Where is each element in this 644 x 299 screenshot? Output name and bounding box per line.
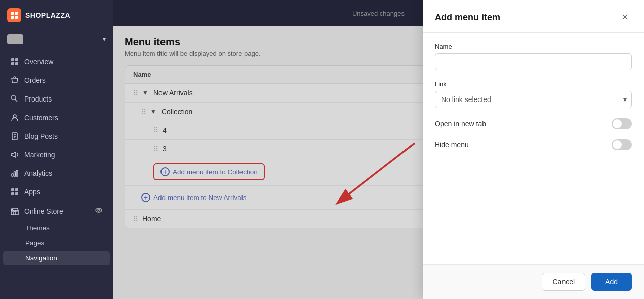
sidebar-item-customers[interactable]: Customers bbox=[3, 109, 110, 127]
sidebar-item-label: Blog Posts bbox=[24, 132, 58, 140]
name-input[interactable] bbox=[435, 53, 632, 70]
menu-item-label: 3 bbox=[163, 145, 167, 153]
chevron-down-icon: ▾ bbox=[103, 36, 106, 43]
sidebar-nav: Overview Orders Products bbox=[0, 50, 113, 299]
plus-circle-icon: + bbox=[141, 193, 150, 202]
svg-rect-7 bbox=[15, 62, 18, 65]
sidebar-item-online-store[interactable]: Online Store bbox=[3, 202, 110, 220]
add-button[interactable]: Add bbox=[591, 273, 632, 291]
eye-icon[interactable] bbox=[95, 206, 103, 216]
modal-body: Name Link No link selected ▾ Open in new… bbox=[423, 33, 644, 264]
sidebar-item-label: Apps bbox=[24, 188, 40, 196]
svg-point-18 bbox=[96, 208, 102, 212]
person-icon bbox=[10, 113, 19, 122]
sidebar-item-label: Analytics bbox=[24, 169, 52, 177]
main-content: Unsaved changes Menu items Menu item tit… bbox=[113, 0, 644, 299]
hide-menu-toggle[interactable] bbox=[612, 139, 632, 150]
shopping-bag-icon bbox=[10, 76, 19, 85]
sidebar-item-label: Marketing bbox=[24, 151, 55, 159]
menu-item-label: New Arrivals bbox=[153, 89, 193, 97]
hide-menu-label: Hide menu bbox=[435, 141, 469, 149]
svg-point-19 bbox=[98, 209, 100, 211]
add-new-arrivals-label: Add menu item to New Arrivals bbox=[153, 194, 247, 202]
logo-text: SHOPLAZZA bbox=[25, 11, 70, 19]
tag-icon bbox=[10, 94, 19, 104]
menu-item-label: 4 bbox=[163, 126, 167, 134]
sidebar-item-navigation[interactable]: Navigation bbox=[3, 251, 110, 265]
svg-rect-14 bbox=[11, 188, 14, 191]
open-new-tab-row: Open in new tab bbox=[435, 118, 632, 129]
sidebar-item-marketing[interactable]: Marketing bbox=[3, 146, 110, 164]
svg-rect-16 bbox=[11, 192, 14, 195]
name-field-group: Name bbox=[435, 43, 632, 70]
logo-area: SHOPLAZZA bbox=[0, 0, 113, 30]
store-icon bbox=[10, 207, 19, 216]
sidebar-item-pages[interactable]: Pages bbox=[3, 236, 110, 250]
menu-item-label: Collection bbox=[162, 108, 192, 116]
menu-item-label: Home bbox=[142, 215, 161, 223]
sidebar-item-products[interactable]: Products bbox=[3, 90, 110, 108]
account-selector[interactable]: ▾ bbox=[0, 30, 113, 50]
sidebar-item-label: Overview bbox=[24, 58, 53, 66]
drag-handle-icon[interactable]: ⠿ bbox=[153, 126, 158, 134]
megaphone-icon bbox=[10, 150, 19, 159]
svg-rect-5 bbox=[15, 58, 18, 61]
sub-item-label: Themes bbox=[25, 224, 50, 232]
modal-footer: Cancel Add bbox=[423, 264, 644, 299]
svg-rect-8 bbox=[12, 96, 15, 99]
apps-icon bbox=[10, 187, 19, 196]
add-collection-label: Add menu item to Collection bbox=[173, 168, 258, 176]
sub-item-label: Pages bbox=[25, 239, 44, 247]
link-field-group: Link No link selected ▾ bbox=[435, 80, 632, 108]
svg-rect-4 bbox=[11, 58, 14, 61]
link-select[interactable]: No link selected bbox=[435, 91, 632, 108]
drag-handle-icon[interactable]: ⠿ bbox=[133, 215, 138, 223]
link-select-wrapper: No link selected ▾ bbox=[435, 91, 632, 108]
svg-rect-3 bbox=[15, 16, 18, 19]
svg-rect-17 bbox=[15, 192, 18, 195]
drag-handle-icon[interactable]: ⠿ bbox=[153, 145, 158, 153]
svg-rect-2 bbox=[11, 16, 14, 19]
sidebar-item-label: Products bbox=[24, 95, 52, 103]
sidebar-item-themes[interactable]: Themes bbox=[3, 221, 110, 235]
svg-point-9 bbox=[13, 115, 16, 118]
sidebar-item-label: Customers bbox=[24, 114, 58, 122]
logo-icon bbox=[7, 8, 21, 22]
drag-handle-icon[interactable]: ⠿ bbox=[141, 108, 146, 116]
chevron-icon: ▼ bbox=[150, 108, 156, 115]
close-modal-button[interactable]: ✕ bbox=[618, 10, 632, 24]
sidebar: SHOPLAZZA ▾ Overview bbox=[0, 0, 113, 299]
modal-header: Add menu item ✕ bbox=[423, 0, 644, 33]
add-menu-item-to-new-arrivals-button[interactable]: + Add menu item to New Arrivals bbox=[141, 191, 247, 204]
cancel-button[interactable]: Cancel bbox=[542, 273, 585, 291]
sidebar-item-overview[interactable]: Overview bbox=[3, 53, 110, 71]
svg-rect-1 bbox=[15, 12, 18, 15]
sidebar-item-label: Online Store bbox=[24, 207, 63, 215]
file-icon bbox=[10, 132, 19, 141]
add-menu-item-to-collection-button[interactable]: + Add menu item to Collection bbox=[153, 163, 265, 180]
svg-rect-0 bbox=[11, 12, 14, 15]
svg-rect-11 bbox=[12, 174, 13, 176]
bar-chart-icon bbox=[10, 169, 19, 178]
unsaved-changes-label: Unsaved changes bbox=[352, 10, 405, 17]
avatar bbox=[7, 34, 23, 44]
link-label: Link bbox=[435, 80, 632, 88]
svg-rect-6 bbox=[11, 62, 14, 65]
drag-handle-icon[interactable]: ⠿ bbox=[133, 89, 138, 97]
svg-rect-15 bbox=[15, 188, 18, 191]
sub-item-label: Navigation bbox=[25, 254, 57, 262]
open-new-tab-toggle[interactable] bbox=[612, 118, 632, 129]
chevron-icon: ▼ bbox=[142, 89, 148, 96]
sidebar-item-orders[interactable]: Orders bbox=[3, 71, 110, 89]
open-new-tab-label: Open in new tab bbox=[435, 120, 486, 128]
name-label: Name bbox=[435, 43, 632, 50]
modal-title: Add menu item bbox=[435, 12, 500, 23]
add-menu-item-modal: Add menu item ✕ Name Link No link select… bbox=[423, 0, 644, 299]
svg-rect-13 bbox=[16, 170, 18, 176]
sidebar-item-label: Orders bbox=[24, 76, 46, 84]
plus-circle-icon: + bbox=[160, 167, 170, 176]
sidebar-item-apps[interactable]: Apps bbox=[3, 183, 110, 201]
grid-icon bbox=[10, 57, 19, 66]
sidebar-item-blog-posts[interactable]: Blog Posts bbox=[3, 127, 110, 145]
sidebar-item-analytics[interactable]: Analytics bbox=[3, 164, 110, 182]
